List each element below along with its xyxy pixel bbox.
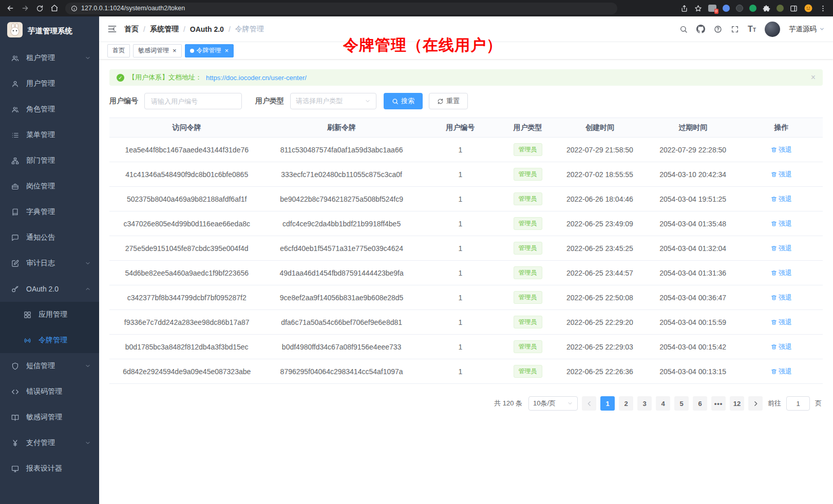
help-icon[interactable] — [714, 25, 722, 33]
page-button-3[interactable]: 3 — [637, 396, 652, 411]
sidebar-item-oauth2-token[interactable]: 令牌管理 — [0, 327, 99, 353]
sidebar-item-role[interactable]: 角色管理 — [0, 96, 99, 122]
next-page-button[interactable] — [748, 396, 763, 411]
expire-time-cell: 2022-07-29 22:28:50 — [646, 138, 740, 162]
page-more-button[interactable]: ••• — [711, 396, 726, 411]
sidebar-item-sensitive-word[interactable]: 敏感词管理 — [0, 404, 99, 430]
close-tab-icon[interactable]: × — [225, 47, 229, 54]
sidebar-item-oauth2[interactable]: OAuth 2.0 — [0, 276, 99, 302]
user-avatar[interactable] — [765, 22, 780, 37]
trash-icon — [771, 147, 777, 153]
user-type-badge: 管理员 — [514, 340, 542, 353]
sidebar-item-menu[interactable]: 菜单管理 — [0, 122, 99, 148]
extensions-puzzle-icon[interactable] — [763, 5, 770, 12]
sidebar-item-dict[interactable]: 字典管理 — [0, 199, 99, 225]
extension-dark-icon[interactable] — [736, 5, 743, 12]
force-logout-label: 强退 — [779, 342, 792, 352]
home-icon[interactable] — [50, 4, 59, 12]
user-id-input[interactable] — [144, 93, 242, 109]
force-logout-button[interactable]: 强退 — [771, 293, 792, 302]
force-logout-label: 强退 — [779, 293, 792, 302]
sidebar-item-notice[interactable]: 通知公告 — [0, 225, 99, 250]
sidebar-item-tenant[interactable]: 租户管理 — [0, 45, 99, 71]
sidebar-item-dept[interactable]: 部门管理 — [0, 148, 99, 173]
breadcrumb-item[interactable]: 系统管理 — [150, 25, 179, 34]
chevron-down-icon — [365, 98, 371, 104]
sidebar-item-pay[interactable]: 支付管理 — [0, 430, 99, 456]
page-size-select[interactable]: 10条/页 — [528, 396, 578, 411]
sidebar-item-report-designer[interactable]: 报表设计器 — [0, 456, 99, 481]
force-logout-button[interactable]: 强退 — [771, 342, 792, 352]
tab-token[interactable]: 令牌管理× — [185, 44, 234, 57]
sidebar-item-label: 字典管理 — [26, 207, 55, 217]
side-panel-icon[interactable] — [790, 5, 798, 12]
tab-sensitive-word[interactable]: 敏感词管理× — [133, 44, 182, 57]
sidebar-item-oauth2-app[interactable]: 应用管理 — [0, 302, 99, 327]
page-button-2[interactable]: 2 — [619, 396, 633, 411]
menu-icon — [11, 131, 20, 139]
doc-alert: ✓ 【用户体系】文档地址： https://doc.iocoder.cn/use… — [109, 69, 823, 86]
prev-page-button[interactable] — [582, 396, 596, 411]
sidebar-item-audit-log[interactable]: 审计日志 — [0, 250, 99, 276]
force-logout-button[interactable]: 强退 — [771, 367, 792, 376]
url-bar[interactable]: 127.0.0.1:1024/system/oauth2/token — [65, 3, 617, 14]
search-icon[interactable] — [679, 25, 688, 33]
force-logout-button[interactable]: 强退 — [771, 170, 792, 179]
action-cell: 强退 — [740, 359, 823, 384]
extension-olive-icon[interactable] — [777, 5, 784, 12]
sidebar: 芋道管理系统 租户管理用户管理角色管理菜单管理部门管理岗位管理字典管理通知公告审… — [0, 16, 99, 504]
user-menu[interactable]: 芋道源码 — [789, 25, 825, 34]
extension-badge-icon[interactable]: 0 — [708, 5, 716, 12]
refresh-icon[interactable] — [36, 5, 44, 12]
breadcrumb-item[interactable]: OAuth 2.0 — [190, 25, 224, 33]
browser-menu-icon[interactable] — [819, 5, 827, 12]
reset-button[interactable]: 重置 — [429, 93, 468, 109]
sidebar-item-user[interactable]: 用户管理 — [0, 71, 99, 96]
extension-blue-icon[interactable] — [723, 5, 730, 12]
page-button-6[interactable]: 6 — [693, 396, 707, 411]
page-button-5[interactable]: 5 — [674, 396, 689, 411]
created-time-cell: 2022-06-25 22:29:03 — [554, 335, 646, 359]
user-id-cell: 1 — [419, 236, 502, 261]
tab-home[interactable]: 首页 — [107, 44, 130, 57]
collapse-sidebar-icon[interactable] — [107, 24, 117, 34]
app-logo[interactable]: 芋道管理系统 — [0, 16, 99, 45]
site-info-icon[interactable] — [71, 5, 78, 12]
reset-refresh-icon — [437, 98, 444, 105]
search-icon — [392, 98, 399, 105]
sidebar-item-error-code[interactable]: 错误码管理 — [0, 379, 99, 404]
action-cell: 强退 — [740, 261, 823, 285]
goto-page-input[interactable] — [786, 396, 810, 411]
forward-icon[interactable] — [21, 4, 29, 12]
doc-link[interactable]: https://doc.iocoder.cn/user-center/ — [206, 74, 307, 82]
sidebar-item-sms[interactable]: 短信管理 — [0, 353, 99, 379]
font-size-icon[interactable]: TT — [748, 25, 756, 33]
sidebar-item-post[interactable]: 岗位管理 — [0, 173, 99, 199]
bookmark-star-icon[interactable] — [694, 5, 702, 12]
action-cell: 强退 — [740, 236, 823, 261]
refresh-token-cell: cdfc4ce9c2da4bb1bdf21b9918ff4be5 — [264, 211, 419, 236]
close-tab-icon[interactable]: × — [173, 47, 177, 54]
back-icon[interactable] — [6, 4, 14, 12]
refresh-token-cell: 811c530487574fa0af1a59d3abc1aa66 — [264, 138, 419, 162]
force-logout-button[interactable]: 强退 — [771, 195, 792, 204]
force-logout-button[interactable]: 强退 — [771, 244, 792, 253]
alert-close-icon[interactable]: × — [811, 73, 816, 82]
force-logout-button[interactable]: 强退 — [771, 268, 792, 278]
search-button[interactable]: 搜索 — [384, 93, 423, 109]
breadcrumb-item[interactable]: 首页 — [124, 25, 139, 34]
github-icon[interactable] — [696, 25, 705, 33]
share-icon[interactable] — [680, 5, 688, 12]
force-logout-button[interactable]: 强退 — [771, 219, 792, 228]
page-button-4[interactable]: 4 — [656, 396, 670, 411]
browser-profile-avatar[interactable] — [804, 4, 813, 13]
force-logout-button[interactable]: 强退 — [771, 145, 792, 154]
trash-icon — [771, 171, 777, 178]
page-button-1[interactable]: 1 — [600, 396, 615, 411]
page-button-12[interactable]: 12 — [730, 396, 744, 411]
force-logout-button[interactable]: 强退 — [771, 318, 792, 327]
access-token-cell: b0d1785bc3a8482f812db4a3f3bd15ec — [109, 335, 264, 359]
fullscreen-icon[interactable] — [731, 25, 739, 33]
user-type-select[interactable]: 请选择用户类型 — [290, 93, 376, 109]
extension-green-icon[interactable] — [749, 5, 756, 12]
